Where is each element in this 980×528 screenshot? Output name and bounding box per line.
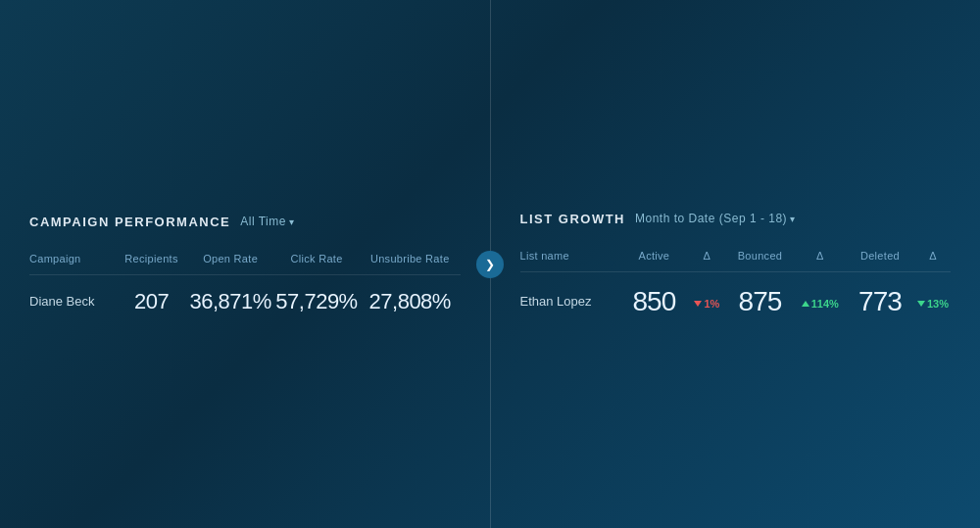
list-growth-title-bar: LIST GROWTH Month to Date (Sep 1 - 18) ▾ bbox=[520, 212, 952, 226]
col-header-recipients: Recipients bbox=[116, 253, 187, 264]
list-bounced-delta: 114% bbox=[796, 293, 845, 311]
list-deleted-badge: 13% bbox=[917, 298, 949, 310]
campaign-table-row[interactable]: Diane Beck 207 36,871% 57,729% 27,808% bbox=[29, 275, 461, 314]
col-header-active: Active bbox=[618, 250, 689, 262]
campaign-recipients: 207 bbox=[116, 289, 187, 314]
list-bounced-badge: 114% bbox=[802, 298, 839, 310]
list-deleted-delta: 13% bbox=[915, 293, 951, 311]
campaign-click-rate: 57,729% bbox=[273, 289, 360, 314]
col-header-campaign: Campaign bbox=[29, 253, 116, 264]
list-active-delta: 1% bbox=[689, 293, 724, 311]
campaign-name: Diane Beck bbox=[29, 294, 116, 309]
list-growth-filter[interactable]: Month to Date (Sep 1 - 18) ▾ bbox=[635, 212, 796, 225]
list-growth-panel: LIST GROWTH Month to Date (Sep 1 - 18) ▾… bbox=[491, 0, 981, 528]
list-deleted-down-icon bbox=[917, 301, 925, 307]
list-growth-title: LIST GROWTH bbox=[520, 212, 626, 226]
campaign-performance-panel: CAMPAIGN PERFORMANCE All Time ▾ Campaign… bbox=[0, 0, 491, 528]
col-header-bounced-delta: Δ bbox=[796, 250, 845, 262]
col-header-unsub-rate: Unsubribe Rate bbox=[360, 253, 461, 264]
col-header-click-rate: Click Rate bbox=[273, 253, 360, 264]
list-deleted-value: 773 bbox=[845, 286, 915, 317]
list-growth-table-row[interactable]: Ethan Lopez 850 1% 875 114% 773 13% bbox=[520, 272, 952, 317]
campaign-unsub-rate: 27,808% bbox=[360, 289, 461, 314]
next-page-arrow[interactable]: ❯ bbox=[476, 251, 504, 278]
list-growth-table: List name Active Δ Bounced Δ Deleted Δ E… bbox=[520, 250, 952, 317]
campaign-title-bar: CAMPAIGN PERFORMANCE All Time ▾ bbox=[29, 215, 461, 229]
list-growth-filter-chevron: ▾ bbox=[790, 214, 796, 224]
col-header-bounced: Bounced bbox=[724, 250, 795, 262]
campaign-table-header: Campaign Recipients Open Rate Click Rate… bbox=[29, 253, 461, 275]
col-header-list-name: List name bbox=[520, 250, 619, 262]
campaign-table: Campaign Recipients Open Rate Click Rate… bbox=[29, 253, 461, 314]
campaign-open-rate: 36,871% bbox=[187, 289, 273, 314]
col-header-deleted-delta: Δ bbox=[915, 250, 951, 262]
col-header-deleted: Deleted bbox=[845, 250, 915, 262]
campaign-filter[interactable]: All Time ▾ bbox=[240, 215, 294, 228]
campaign-title: CAMPAIGN PERFORMANCE bbox=[29, 215, 230, 229]
list-name: Ethan Lopez bbox=[520, 294, 619, 309]
list-growth-table-header: List name Active Δ Bounced Δ Deleted Δ bbox=[520, 250, 952, 272]
col-header-active-delta: Δ bbox=[689, 250, 724, 262]
campaign-filter-chevron: ▾ bbox=[289, 216, 295, 227]
list-active-down-icon bbox=[694, 301, 702, 307]
list-bounced-up-icon bbox=[802, 301, 809, 307]
col-header-open-rate: Open Rate bbox=[187, 253, 273, 264]
list-bounced-value: 875 bbox=[724, 286, 795, 317]
list-active-badge: 1% bbox=[694, 298, 719, 310]
list-active-value: 850 bbox=[618, 286, 689, 317]
